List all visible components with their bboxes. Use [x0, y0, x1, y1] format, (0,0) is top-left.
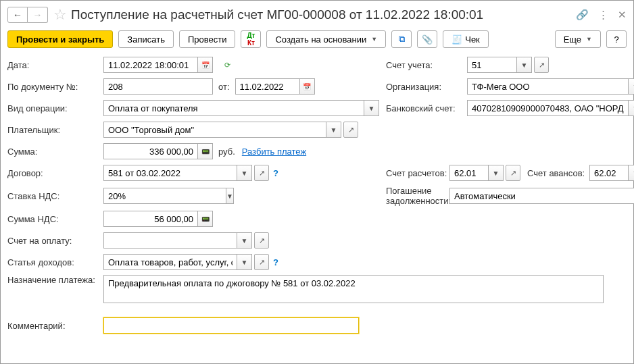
currency-label: руб.: [218, 147, 235, 157]
comment-input[interactable]: [103, 317, 359, 334]
payer-open-icon[interactable]: ↗: [343, 122, 358, 138]
calendar-icon[interactable]: 📅: [198, 57, 213, 73]
titlebar: ← → ☆ Поступление на расчетный счет МГ00…: [7, 5, 627, 25]
incomeitem-open-icon[interactable]: ↗: [254, 254, 269, 270]
docdate-input[interactable]: [235, 78, 300, 95]
settleacc-dropdown-icon[interactable]: ▼: [489, 165, 504, 181]
label-org: Организация:: [386, 82, 467, 92]
label-account: Счет учета:: [386, 60, 467, 70]
post-and-close-button[interactable]: Провести и закрыть: [7, 30, 113, 48]
contract-open-icon[interactable]: ↗: [254, 165, 269, 181]
optype-input[interactable]: [103, 100, 364, 116]
create-based-on-button[interactable]: Создать на основании▼: [266, 30, 386, 48]
invoice-dropdown-icon[interactable]: ▼: [237, 232, 252, 249]
label-vatsum: Сумма НДС:: [7, 214, 103, 224]
bankacc-dropdown-icon[interactable]: ▼: [629, 100, 634, 116]
vatrate-input[interactable]: [103, 188, 226, 204]
incomeitem-input[interactable]: [103, 254, 237, 270]
docno-input[interactable]: [103, 78, 213, 95]
advanceacc-input[interactable]: [589, 165, 629, 181]
vatsum-calc-icon[interactable]: 📟: [198, 211, 213, 227]
toolbar: Провести и закрыть Записать Провести ДтК…: [7, 30, 627, 48]
label-payer: Плательщик:: [7, 125, 103, 135]
attachment-button[interactable]: 📎: [417, 30, 437, 48]
label-from: от:: [218, 82, 230, 92]
label-docno: По документу №:: [7, 82, 103, 92]
post-button[interactable]: Провести: [179, 30, 236, 48]
label-purpose: Назначение платежа:: [7, 275, 103, 285]
debtrepay-input[interactable]: [449, 188, 634, 204]
link-icon[interactable]: 🔗: [576, 9, 589, 21]
contract-help-icon[interactable]: ?: [273, 168, 278, 178]
docdate-calendar-icon[interactable]: 📅: [300, 78, 315, 95]
incomeitem-dropdown-icon[interactable]: ▼: [237, 254, 252, 270]
favorite-star-icon[interactable]: ☆: [53, 6, 67, 24]
contract-input[interactable]: [103, 165, 237, 181]
date-input[interactable]: [103, 57, 198, 73]
payer-input[interactable]: [103, 122, 326, 138]
payer-dropdown-icon[interactable]: ▼: [326, 122, 341, 138]
account-input[interactable]: [467, 57, 517, 73]
nav-forward-button[interactable]: →: [28, 7, 48, 23]
org-input[interactable]: [467, 78, 629, 95]
sum-input[interactable]: [103, 143, 198, 159]
optype-dropdown-icon[interactable]: ▼: [364, 100, 379, 116]
save-button[interactable]: Записать: [118, 30, 174, 48]
account-dropdown-icon[interactable]: ▼: [517, 57, 532, 73]
split-payment-link[interactable]: Разбить платеж: [242, 147, 306, 157]
contract-dropdown-icon[interactable]: ▼: [237, 165, 252, 181]
vatsum-input[interactable]: [103, 211, 198, 227]
label-invoice: Счет на оплату:: [7, 236, 103, 246]
incomeitem-help-icon[interactable]: ?: [273, 257, 278, 267]
label-contract: Договор:: [7, 168, 103, 178]
bankacc-input[interactable]: [467, 100, 629, 116]
vatrate-dropdown-icon[interactable]: ▼: [226, 188, 234, 204]
label-advanceacc: Счет авансов:: [527, 168, 589, 178]
invoice-open-icon[interactable]: ↗: [254, 232, 269, 249]
form-body: Дата: 📅 ⟳ Счет учета: ▼ ↗ По документу №…: [7, 56, 627, 338]
label-comment: Комментарий:: [7, 321, 103, 331]
label-date: Дата:: [7, 60, 103, 70]
label-incomeitem: Статья доходов:: [7, 257, 103, 267]
settleacc-input[interactable]: [449, 165, 489, 181]
nav-back-button[interactable]: ←: [7, 7, 28, 23]
account-open-icon[interactable]: ↗: [534, 57, 549, 73]
label-vatrate: Ставка НДС:: [7, 191, 103, 201]
check-button[interactable]: 🧾 Чек: [443, 30, 489, 48]
settleacc-open-icon[interactable]: ↗: [506, 165, 520, 181]
label-sum: Сумма:: [7, 147, 103, 157]
close-icon[interactable]: ✕: [618, 9, 627, 21]
purpose-textarea[interactable]: Предварительная оплата по джоговору № 58…: [103, 275, 604, 303]
sum-calc-icon[interactable]: 📟: [198, 143, 213, 159]
structure-button[interactable]: ⧉: [391, 30, 412, 48]
more-button[interactable]: Еще▼: [555, 30, 601, 48]
label-bankacc: Банковский счет:: [386, 103, 467, 113]
window-title: Поступление на расчетный счет МГ00-00000…: [71, 7, 576, 22]
org-dropdown-icon[interactable]: ▼: [629, 78, 634, 95]
advanceacc-dropdown-icon[interactable]: ▼: [629, 165, 634, 181]
invoice-input[interactable]: [103, 232, 237, 249]
label-settleacc: Счет расчетов:: [386, 168, 449, 178]
label-optype: Вид операции:: [7, 103, 103, 113]
refresh-icon[interactable]: ⟳: [220, 57, 235, 73]
kebab-menu-icon[interactable]: ⋮: [598, 9, 608, 21]
label-debtrepay: Погашение задолженности:: [386, 186, 449, 206]
document-window: ← → ☆ Поступление на расчетный счет МГ00…: [0, 0, 634, 364]
dtkt-button[interactable]: ДтКт: [241, 30, 261, 48]
help-button[interactable]: ?: [606, 30, 627, 48]
